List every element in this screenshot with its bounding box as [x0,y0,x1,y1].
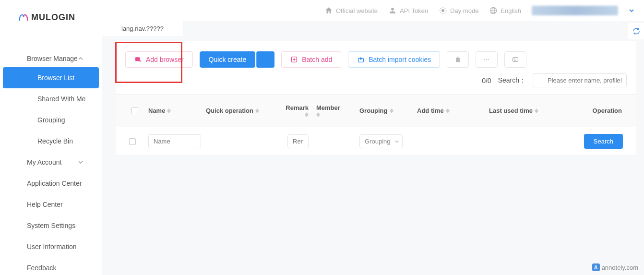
col-operation: Operation [593,107,622,114]
batch-import-label: Batch import cookies [369,56,431,63]
search-input[interactable] [533,73,627,87]
svg-rect-3 [135,57,140,61]
batch-import-cookies-button[interactable]: Batch import cookies [348,51,440,68]
sidebar-grouping-label: Grouping [37,116,65,124]
sidebar-my-account-label: My Account [27,158,61,166]
chevron-down-icon[interactable] [629,8,634,13]
delete-button[interactable] [447,51,469,68]
sort-member[interactable] [316,112,320,117]
tab-current[interactable]: lang.nav.????? [102,21,183,36]
import-icon [357,56,365,63]
export-button[interactable] [504,51,526,68]
record-count: 0/0 [482,77,491,84]
sidebar-app-center-label: Application Center [27,179,82,187]
api-icon [388,6,397,15]
official-website-link[interactable]: Official website [324,6,378,15]
sidebar-user-information[interactable]: User Information [0,236,102,257]
col-member: Member [316,104,340,111]
sidebar-recycle-bin[interactable]: Recycle Bin [0,131,102,152]
sidebar-browser-list[interactable]: Browser List [3,67,99,88]
sidebar-browser-list-label: Browser List [37,74,74,82]
official-website-label: Official website [336,7,378,14]
quick-create-button[interactable]: Quick create [200,51,256,68]
sidebar-shared-label: Shared With Me [37,95,85,103]
sidebar-user-info-label: User Information [27,243,76,251]
api-token-label: API Token [400,7,428,14]
svg-point-8 [486,59,487,60]
dots-icon [483,56,490,63]
col-name: Name [148,107,165,114]
card-icon [512,56,519,63]
tab-label: lang.nav.????? [121,25,164,32]
language-selector[interactable]: English [489,6,521,15]
refresh-icon [632,27,641,36]
svg-point-9 [488,59,489,60]
add-browser-label: Add browser [146,56,184,63]
home-icon [324,6,333,15]
add-browser-button[interactable]: Add browser [125,51,193,68]
sort-grouping[interactable] [390,108,394,113]
day-mode-toggle[interactable]: Day mode [439,6,478,15]
quick-create-dropdown[interactable] [256,51,274,68]
select-all-checkbox[interactable] [131,108,138,114]
sidebar-feedback-label: Feedback [27,264,56,272]
sidebar-browser-manage-label: Browser Manage [27,55,78,62]
sort-quick[interactable] [255,108,259,113]
sidebar-settings-label: System Settings [27,222,75,229]
col-remark: Remark [286,104,309,111]
language-label: English [501,7,521,14]
filter-search-button[interactable]: Search [584,134,623,149]
col-last-used-time: Last used time [489,107,533,114]
sort-lastused[interactable] [535,108,538,113]
filter-name-input[interactable] [148,134,201,148]
chevron-down-icon [394,139,399,144]
row-checkbox[interactable] [129,138,136,145]
col-quick-operation: Quick operation [206,107,253,114]
sidebar-application-center[interactable]: Application Center [0,173,102,194]
sidebar-feedback[interactable]: Feedback [0,257,102,275]
batch-add-button[interactable]: Batch add [281,51,341,68]
search-label: Search： [498,76,526,85]
sidebar-grouping[interactable]: Grouping [0,109,102,131]
sun-icon [439,6,447,15]
quick-create-label: Quick create [209,56,247,63]
sidebar-browser-manage[interactable]: Browser Manage [0,50,102,67]
sidebar-help-label: Help Center [27,201,63,208]
caret-up-icon [78,56,83,61]
trash-icon [454,56,462,63]
more-button[interactable] [476,51,498,68]
filter-remark-input[interactable] [287,134,309,148]
sidebar-my-account[interactable]: My Account [0,152,102,173]
sidebar-system-settings[interactable]: System Settings [0,215,102,236]
filter-row: Grouping Search [116,127,636,156]
sort-remark[interactable] [305,112,309,117]
globe-icon [489,6,498,15]
browser-icon [134,56,142,63]
plus-box-icon [290,56,298,63]
svg-point-0 [441,9,444,12]
filter-grouping-select[interactable]: Grouping [359,134,403,148]
watermark-text: annotely.com [602,264,638,271]
caret-down-icon [78,159,83,165]
sparkle-icon [262,56,269,63]
sidebar-shared-with-me[interactable]: Shared With Me [0,88,102,109]
svg-rect-10 [513,58,518,61]
watermark-logo-icon: A [592,263,600,271]
filter-grouping-label: Grouping [365,138,390,145]
user-info-blurred [532,6,618,15]
sort-name[interactable] [167,108,171,113]
day-mode-label: Day mode [450,7,478,14]
sidebar-help-center[interactable]: Help Center [0,194,102,215]
sidebar-recycle-label: Recycle Bin [37,137,73,145]
api-token-link[interactable]: API Token [388,6,428,15]
col-grouping: Grouping [359,107,388,114]
watermark: A annotely.com [592,263,638,271]
batch-add-label: Batch add [302,56,332,63]
refresh-button[interactable] [628,23,644,39]
svg-point-7 [484,59,485,60]
col-add-time: Add time [417,107,444,114]
sort-addtime[interactable] [446,108,450,113]
filter-search-label: Search [594,138,613,145]
